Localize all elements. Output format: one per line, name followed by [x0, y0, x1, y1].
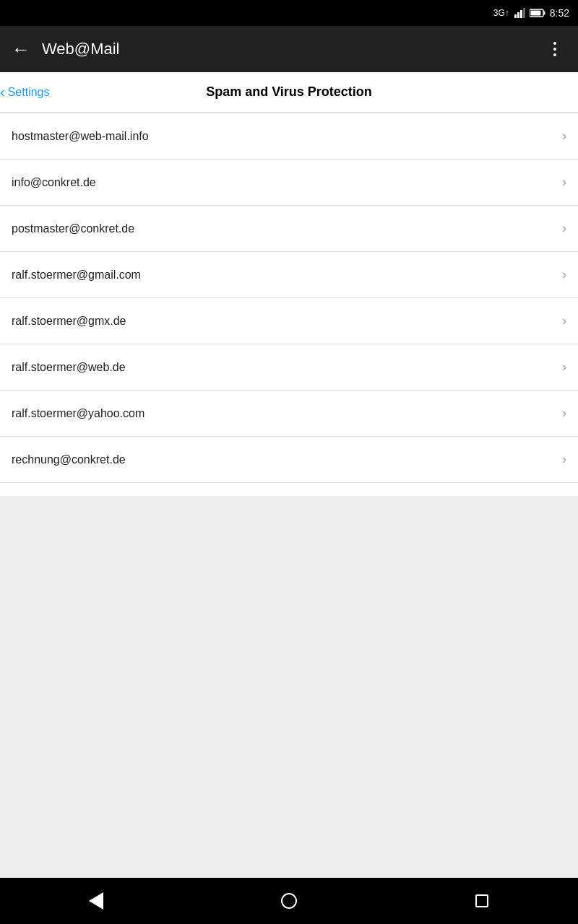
list-item[interactable]: security@conkret.de› [0, 483, 578, 496]
empty-area [0, 496, 578, 879]
list-item[interactable]: postmaster@conkret.de› [0, 206, 578, 252]
battery-icon [530, 9, 545, 17]
svg-rect-6 [530, 11, 540, 16]
nav-back-button[interactable] [74, 879, 118, 923]
status-bar: 3G↑ 8:52 [0, 0, 578, 26]
page-title: Spam and Virus Protection [206, 84, 372, 100]
svg-rect-0 [514, 14, 517, 18]
list-item[interactable]: ralf.stoermer@gmail.com› [0, 252, 578, 298]
signal-icon [514, 7, 525, 19]
nav-back-icon [89, 892, 103, 910]
email-address: ralf.stoermer@gmail.com [12, 269, 141, 282]
menu-dot-2 [553, 48, 556, 51]
nav-recents-icon [475, 894, 488, 907]
list-item[interactable]: ralf.stoermer@web.de› [0, 344, 578, 391]
overflow-menu-button[interactable] [543, 38, 566, 61]
email-list: hostmaster@web-mail.info›info@conkret.de… [0, 113, 578, 496]
app-bar-back-button[interactable]: ← [12, 38, 30, 61]
app-bar-title: Web@Mail [42, 40, 543, 58]
nav-bar [0, 878, 578, 924]
email-address: ralf.stoermer@yahoo.com [12, 407, 144, 420]
settings-back-label: Settings [8, 86, 50, 99]
status-icons: 3G↑ 8:52 [493, 7, 569, 19]
chevron-right-icon: › [562, 175, 566, 190]
app-bar: ← Web@Mail [0, 26, 578, 72]
chevron-right-icon: › [562, 267, 566, 282]
chevron-right-icon: › [562, 359, 566, 375]
chevron-right-icon: › [562, 128, 566, 144]
sub-header: ‹ Settings Spam and Virus Protection [0, 72, 578, 113]
settings-back-button[interactable]: ‹ Settings [0, 84, 49, 100]
chevron-left-icon: ‹ [0, 84, 5, 100]
list-item[interactable]: rechnung@conkret.de› [0, 437, 578, 483]
network-icon: 3G↑ [493, 8, 509, 18]
chevron-right-icon: › [562, 221, 566, 236]
nav-recents-button[interactable] [460, 879, 504, 923]
chevron-right-icon: › [562, 313, 566, 328]
menu-dot-1 [553, 42, 556, 45]
list-item[interactable]: ralf.stoermer@yahoo.com› [0, 391, 578, 437]
status-time: 8:52 [550, 7, 569, 19]
nav-home-icon [281, 893, 297, 909]
email-address: ralf.stoermer@web.de [12, 361, 126, 374]
email-address: info@conkret.de [12, 176, 96, 189]
nav-home-button[interactable] [267, 879, 311, 923]
email-address: postmaster@conkret.de [12, 222, 134, 235]
email-address: rechnung@conkret.de [12, 453, 126, 466]
email-address: ralf.stoermer@gmx.de [12, 315, 126, 328]
svg-rect-1 [517, 12, 519, 18]
menu-dot-3 [553, 53, 556, 56]
svg-rect-3 [523, 8, 525, 18]
list-item[interactable]: ralf.stoermer@gmx.de› [0, 298, 578, 344]
chevron-right-icon: › [562, 452, 566, 467]
svg-rect-5 [543, 12, 545, 15]
chevron-right-icon: › [562, 406, 566, 421]
email-address: hostmaster@web-mail.info [12, 130, 149, 143]
list-item[interactable]: hostmaster@web-mail.info› [0, 113, 578, 160]
svg-rect-2 [520, 10, 522, 18]
list-item[interactable]: info@conkret.de› [0, 160, 578, 206]
